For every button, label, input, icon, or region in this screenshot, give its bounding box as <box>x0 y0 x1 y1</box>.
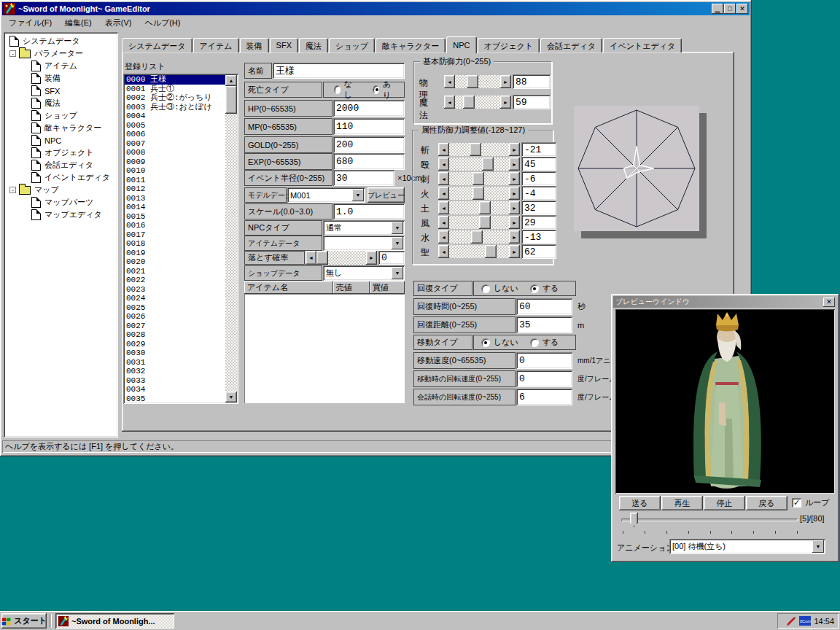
tree-item-マップ[interactable]: -マップ <box>5 184 117 196</box>
list-item[interactable]: 0016 <box>125 221 225 230</box>
animation-dropdown[interactable]: [00] 待機(立ち) ▼ <box>669 539 825 554</box>
slider-track[interactable] <box>449 158 509 171</box>
list-item[interactable]: 0033 <box>125 376 225 386</box>
list-item[interactable]: 0002 兵士②:がっちり <box>125 93 225 103</box>
list-item[interactable]: 0006 <box>125 130 225 139</box>
list-item[interactable]: 0005 <box>125 121 225 131</box>
list-item[interactable]: 0034 <box>125 385 225 394</box>
scroll-track[interactable] <box>225 86 237 392</box>
recovery-time-field[interactable]: 60 <box>516 298 572 315</box>
list-item[interactable]: 0026 <box>125 312 225 322</box>
tree-item-敵キャラクター[interactable]: 敵キャラクター <box>5 122 117 134</box>
tree-item-アイテム[interactable]: アイテム <box>5 60 117 72</box>
slider-track[interactable] <box>455 96 500 109</box>
scale-field[interactable]: 1.0 <box>333 203 405 219</box>
project-tree[interactable]: システムデータ-パラメーターアイテム装備SFX魔法ショップ敵キャラクターNPCオ… <box>4 32 118 438</box>
item-table-body[interactable] <box>244 294 405 403</box>
radio-icon[interactable] <box>530 338 539 347</box>
scroll-thumb[interactable] <box>225 86 237 114</box>
start-button[interactable]: スタート <box>1 613 47 629</box>
scroll-right-icon[interactable]: ► <box>500 96 511 109</box>
list-item[interactable]: 0023 <box>125 285 225 295</box>
tab-オブジェクト[interactable]: オブジェクト <box>478 38 540 52</box>
menu-item[interactable]: 編集(E) <box>58 16 98 30</box>
menu-item[interactable]: ヘルプ(H) <box>138 16 187 30</box>
loop-toggle[interactable]: ✓ ループ <box>792 497 830 508</box>
slider-thumb[interactable] <box>479 216 491 229</box>
slider-thumb[interactable] <box>463 96 475 109</box>
scroll-left-icon[interactable]: ◄ <box>438 230 449 244</box>
list-item[interactable]: 0015 <box>125 212 225 222</box>
radio-option-する[interactable]: する <box>530 337 559 348</box>
model-data-dropdown[interactable]: M001 ▼ <box>287 187 365 203</box>
titlebar[interactable]: ~Sword of Moonlight~ GameEditor ▁ □ ✕ <box>2 2 750 15</box>
radio-option-しない[interactable]: しない <box>481 283 518 294</box>
tree-item-パラメーター[interactable]: -パラメーター <box>5 47 117 60</box>
list-item[interactable]: 0003 兵士③:おとぼけ <box>125 103 225 112</box>
column-buy-price[interactable]: 買値 <box>370 281 405 294</box>
radio-option-なし[interactable]: なし <box>334 79 355 101</box>
list-item[interactable]: 0004 <box>125 112 225 121</box>
preview-viewport[interactable] <box>615 309 835 494</box>
chevron-down-icon[interactable]: ▼ <box>812 540 824 553</box>
scroll-left-icon[interactable]: ◄ <box>438 187 449 200</box>
close-icon[interactable]: ✕ <box>823 298 835 307</box>
3com-tray-icon[interactable]: 3Com <box>799 616 811 626</box>
slider-thumb[interactable] <box>467 75 478 88</box>
exp-field[interactable]: 680 <box>333 153 405 170</box>
tab-装備[interactable]: 装備 <box>240 38 269 52</box>
talk-rotation-field[interactable]: 6 <box>516 389 572 405</box>
list-item[interactable]: 0009 <box>125 158 225 167</box>
tree-item-NPC[interactable]: NPC <box>5 134 117 147</box>
slider-thumb[interactable] <box>470 143 481 156</box>
slider-thumb[interactable] <box>485 245 497 258</box>
slider-value-field[interactable]: -13 <box>521 230 556 244</box>
scroll-right-icon[interactable]: ► <box>509 201 520 214</box>
list-item[interactable]: 0013 <box>125 194 225 203</box>
radio-option-しない[interactable]: しない <box>481 337 518 348</box>
list-item[interactable]: 0022 <box>125 276 225 285</box>
tab-SFX[interactable]: SFX <box>270 38 298 52</box>
preview-button[interactable]: プレビュー <box>368 187 405 203</box>
stop-button[interactable]: 停止 <box>704 496 745 510</box>
drop-rate-scrollbar[interactable]: ◄ ► <box>306 251 377 265</box>
tree-expander-icon[interactable]: - <box>9 187 16 193</box>
scroll-right-icon[interactable]: ► <box>509 143 520 156</box>
gold-field[interactable]: 200 <box>333 136 405 153</box>
scroll-left-icon[interactable]: ◄ <box>444 75 455 88</box>
tree-item-システムデータ[interactable]: システムデータ <box>5 35 117 47</box>
tree-item-オブジェクト[interactable]: オブジェクト <box>5 147 117 159</box>
tab-システムデータ[interactable]: システムデータ <box>122 38 192 52</box>
list-item[interactable]: 0017 <box>125 230 225 240</box>
slider-value-field[interactable]: 59 <box>513 95 551 109</box>
column-sell-price[interactable]: 売値 <box>333 281 370 294</box>
scroll-left-icon[interactable]: ◄ <box>438 245 449 258</box>
name-field[interactable]: 王様 <box>273 63 405 79</box>
list-item[interactable]: 0030 <box>125 349 225 358</box>
slider-value-field[interactable]: 88 <box>513 74 551 89</box>
radio-icon[interactable] <box>334 85 341 94</box>
move-speed-field[interactable]: 0 <box>516 352 572 369</box>
tab-アイテム[interactable]: アイテム <box>193 38 239 52</box>
radio-icon[interactable] <box>373 85 379 94</box>
tab-敵キャラクター[interactable]: 敵キャラクター <box>376 38 446 52</box>
scroll-left-icon[interactable]: ◄ <box>438 172 449 185</box>
scroll-right-icon[interactable]: ► <box>500 75 511 88</box>
list-item[interactable]: 0012 <box>125 184 225 194</box>
tab-NPC[interactable]: NPC <box>446 36 476 53</box>
tab-イベントエディタ[interactable]: イベントエディタ <box>603 38 682 52</box>
scroll-left-icon[interactable]: ◄ <box>438 201 449 214</box>
tree-item-装備[interactable]: 装備 <box>5 72 117 85</box>
slider-value-field[interactable]: 62 <box>521 244 556 259</box>
slider-value-field[interactable]: 45 <box>521 157 556 171</box>
slider-thumb[interactable] <box>472 187 484 200</box>
chevron-down-icon[interactable]: ▼ <box>392 222 403 234</box>
list-item[interactable]: 0021 <box>125 267 225 276</box>
tree-item-マップエディタ[interactable]: マップエディタ <box>5 209 117 221</box>
tree-item-魔法[interactable]: 魔法 <box>5 97 117 109</box>
radio-option-する[interactable]: する <box>530 283 559 294</box>
frame-slider-thumb[interactable] <box>630 513 638 527</box>
drop-rate-field[interactable]: 0 <box>378 251 405 265</box>
event-radius-field[interactable]: 30 <box>333 170 394 186</box>
tree-item-SFX[interactable]: SFX <box>5 85 117 97</box>
